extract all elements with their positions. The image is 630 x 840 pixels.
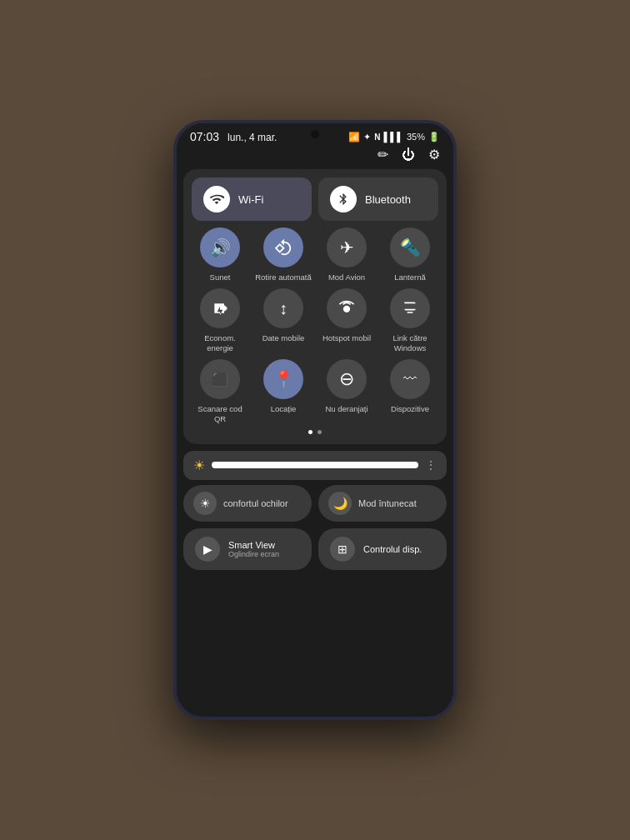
auto-rotate-icon — [263, 228, 303, 268]
brightness-icon: ☀ — [193, 458, 205, 473]
hotspot-label: Hotspot mobil — [322, 333, 371, 342]
dot-1 — [308, 430, 312, 434]
bluetooth-tile[interactable]: Bluetooth — [318, 178, 438, 221]
eye-comfort-tile[interactable]: ☀ confortul ochilor — [183, 485, 312, 522]
status-time: 07:03 — [190, 130, 219, 143]
hotspot-icon — [327, 288, 367, 328]
qr-scanner-label: Scanare cod QR — [192, 404, 248, 423]
smart-view-icon: ▶ — [195, 537, 220, 562]
devices-label: Dispozitive — [391, 404, 429, 413]
eye-comfort-icon: ☀ — [193, 492, 217, 515]
phone-screen: 07:03 lun., 4 mar. 📶 ✦ N ▌▌▌ 35% 🔋 ✏ ⏻ ⚙ — [177, 123, 453, 717]
dark-mode-icon: 🌙 — [328, 492, 352, 515]
nfc-icon: N — [374, 132, 380, 142]
airplane-tile[interactable]: ✈ Mod Avion — [318, 228, 375, 282]
media-row: ▶ Smart View Oglindire ecran ⊞ Controlul… — [183, 528, 447, 570]
qr-scanner-icon: ⬛ — [200, 359, 240, 399]
eye-comfort-label: confortul ochilor — [223, 498, 288, 508]
mobile-data-tile[interactable]: ↕ Date mobile — [255, 288, 312, 352]
location-icon: 📍 — [263, 359, 303, 399]
hotspot-tile[interactable]: Hotspot mobil — [318, 288, 375, 352]
settings-icon[interactable]: ⚙ — [428, 147, 440, 162]
mobile-data-icon: ↕ — [263, 288, 303, 328]
brightness-row: ☀ ⋮ — [183, 451, 447, 480]
bluetooth-icon — [330, 186, 357, 212]
edit-icon[interactable]: ✏ — [378, 147, 388, 162]
smart-view-tile[interactable]: ▶ Smart View Oglindire ecran — [183, 528, 312, 570]
smart-view-label: Smart View — [228, 540, 279, 550]
top-tiles-row: Wi-Fi Bluetooth — [192, 178, 438, 221]
dnd-label: Nu deranjați — [325, 404, 368, 413]
quick-settings-panel: Wi-Fi Bluetooth 🔊 Sunet — [183, 169, 447, 444]
battery-level: 35% — [407, 132, 425, 142]
location-tile[interactable]: 📍 Locație — [255, 359, 312, 423]
dot-2 — [318, 430, 322, 434]
camera-notch — [311, 130, 319, 138]
status-icons: 📶 ✦ N ▌▌▌ 35% 🔋 — [348, 132, 440, 142]
battery-icon: 🔋 — [428, 132, 440, 142]
page-dots — [192, 430, 438, 434]
smart-view-text: Smart View Oglindire ecran — [228, 540, 279, 558]
signal-icon: 📶 — [348, 132, 360, 142]
status-date: lun., 4 mar. — [228, 132, 277, 143]
wifi-tile[interactable]: Wi-Fi — [192, 178, 312, 221]
auto-rotate-tile[interactable]: Rotire automată — [255, 228, 312, 282]
battery-saver-tile[interactable]: Econom. energie — [192, 288, 248, 352]
flashlight-tile[interactable]: 🔦 Lanternă — [382, 228, 438, 282]
qs-header: ✏ ⏻ ⚙ — [177, 147, 453, 169]
devices-tile[interactable]: 〰 Dispozitive — [382, 359, 438, 423]
sound-label: Sunet — [210, 272, 231, 282]
battery-saver-icon — [200, 288, 240, 328]
wifi-icon — [203, 186, 230, 212]
brightness-slider[interactable] — [212, 462, 418, 468]
link-windows-label: Link către Windows — [382, 333, 438, 352]
dark-mode-label: Mod întunecat — [358, 498, 417, 508]
dnd-icon: ⊖ — [327, 359, 367, 399]
auto-rotate-label: Rotire automată — [255, 272, 312, 282]
airplane-icon: ✈ — [327, 228, 367, 268]
link-windows-icon — [390, 288, 430, 328]
qr-scanner-tile[interactable]: ⬛ Scanare cod QR — [192, 359, 248, 423]
device-control-icon: ⊞ — [330, 537, 355, 562]
flashlight-label: Lanternă — [394, 272, 426, 282]
dark-mode-tile[interactable]: 🌙 Mod întunecat — [318, 485, 447, 522]
quick-tiles-grid: 🔊 Sunet Rotire automată ✈ Mod Avion — [192, 228, 438, 423]
airplane-label: Mod Avion — [328, 272, 365, 282]
wifi-label: Wi-Fi — [238, 193, 263, 206]
mobile-data-label: Date mobile — [262, 333, 305, 342]
toggle-row: ☀ confortul ochilor 🌙 Mod întunecat — [183, 485, 447, 522]
phone-frame: 07:03 lun., 4 mar. 📶 ✦ N ▌▌▌ 35% 🔋 ✏ ⏻ ⚙ — [173, 120, 457, 720]
battery-saver-label: Econom. energie — [192, 333, 248, 352]
device-control-text: Controlul disp. — [363, 544, 422, 554]
dnd-tile[interactable]: ⊖ Nu deranjați — [318, 359, 375, 423]
device-control-label: Controlul disp. — [363, 544, 422, 554]
bluetooth-status-icon: ✦ — [363, 132, 371, 142]
flashlight-icon: 🔦 — [390, 228, 430, 268]
signal-bars-icon: ▌▌▌ — [384, 132, 403, 142]
location-label: Locație — [271, 404, 297, 413]
smart-view-sublabel: Oglindire ecran — [228, 550, 279, 558]
sound-icon: 🔊 — [200, 228, 240, 268]
brightness-more-icon[interactable]: ⋮ — [425, 458, 437, 472]
power-icon[interactable]: ⏻ — [402, 148, 415, 162]
brightness-section: ☀ ⋮ — [183, 451, 447, 480]
devices-icon: 〰 — [390, 359, 430, 399]
sound-tile[interactable]: 🔊 Sunet — [192, 228, 248, 282]
device-control-tile[interactable]: ⊞ Controlul disp. — [318, 528, 447, 570]
link-windows-tile[interactable]: Link către Windows — [382, 288, 438, 352]
bluetooth-label: Bluetooth — [365, 193, 411, 206]
